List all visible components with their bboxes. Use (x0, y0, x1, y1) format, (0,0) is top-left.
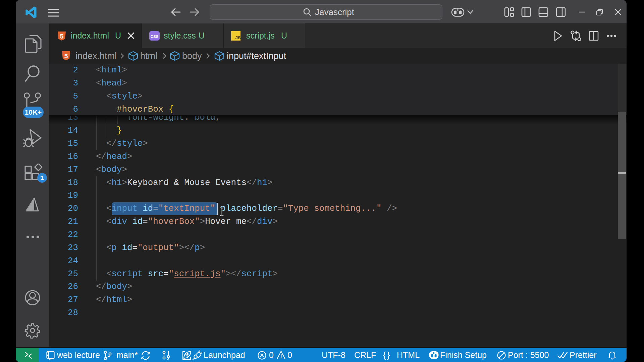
svg-text:CSS: CSS (151, 35, 159, 39)
svg-text:5: 5 (60, 33, 64, 40)
svg-text:JS: JS (235, 35, 240, 40)
svg-text:5: 5 (64, 53, 68, 60)
